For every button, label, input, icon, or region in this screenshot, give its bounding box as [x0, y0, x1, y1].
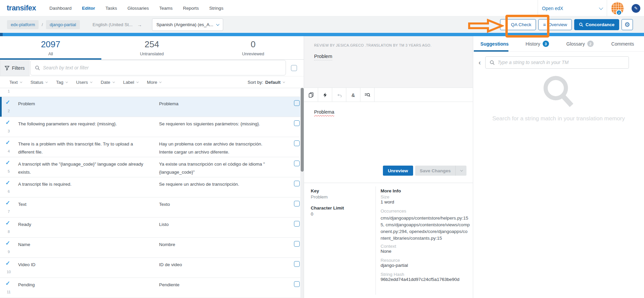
target-text: Listo	[159, 221, 273, 229]
overview-button[interactable]: ≡ Overview	[538, 19, 572, 30]
quill-icon[interactable]: ✎	[632, 4, 640, 13]
nav-item-dashboard[interactable]: Dashboard	[49, 6, 71, 11]
list-scrollbar[interactable]	[300, 88, 304, 298]
row-checkbox[interactable]	[294, 221, 300, 227]
nav-item-glossaries[interactable]: Glossaries	[128, 6, 149, 11]
row-checkbox[interactable]	[294, 100, 300, 106]
source-text: Name	[18, 241, 150, 249]
transifex-editor-app: transifex DashboardEditorTasksGlossaries…	[0, 0, 644, 298]
row-checkbox[interactable]	[294, 201, 300, 206]
filter-dropdown-date[interactable]: Date	[101, 80, 114, 85]
string-row[interactable]: ✓4There is a problem with this transcrip…	[0, 137, 304, 157]
editor-toolbar-icons: &	[304, 88, 473, 102]
nav-item-teams[interactable]: Teams	[159, 6, 173, 11]
row-checkbox[interactable]	[294, 181, 300, 186]
reviewed-check-icon: ✓	[5, 280, 10, 287]
string-hash-value: 96b2edd74a41dd97c24cf5a1763be90d	[381, 277, 470, 282]
row-checkbox[interactable]	[294, 241, 300, 247]
row-checkbox[interactable]	[294, 120, 300, 126]
save-options-dropdown[interactable]	[455, 166, 466, 176]
string-row[interactable]: ✓2ProblemProblema	[0, 97, 304, 117]
source-language-label: English (United St...	[93, 22, 133, 27]
tab-suggestions[interactable]: Suggestions	[473, 36, 516, 51]
translation-area[interactable]: Problema	[304, 102, 473, 166]
reviewed-check-icon: ✓	[5, 199, 10, 206]
org-selector[interactable]: Open edX	[538, 6, 607, 11]
string-row[interactable]: ✓3The following parameters are required:…	[0, 117, 304, 137]
gear-icon: ⚙	[624, 21, 630, 28]
tab-comments[interactable]: Comments	[601, 36, 644, 51]
filter-dropdown-text[interactable]: Text	[9, 80, 21, 85]
source-text: Text	[18, 200, 150, 208]
avatar[interactable]: 2	[611, 2, 624, 15]
string-row[interactable]: ✓9NameNombre	[0, 238, 304, 258]
row-checkbox[interactable]	[294, 261, 300, 267]
select-all-checkbox[interactable]	[291, 65, 297, 71]
chevron-down-icon	[65, 80, 68, 83]
string-filter-tabs: 2097All254Untranslated0Unreviewed	[0, 36, 304, 60]
resource-label: Resource	[381, 258, 470, 263]
string-row[interactable]: ✓7TextTexto	[0, 197, 304, 218]
sort-dropdown[interactable]: Sort by: Default	[248, 80, 304, 85]
string-row[interactable]: ✓6A transcript file is required.Se requi…	[0, 177, 304, 197]
tab-glossary[interactable]: Glossary2	[559, 36, 601, 51]
target-language-select[interactable]: Spanish (Argentina) (es_A...	[152, 18, 223, 31]
filter-dropdown-status[interactable]: Status	[31, 80, 47, 85]
qa-check-label: QA Check	[511, 22, 532, 27]
stat-tab-untranslated[interactable]: 254Untranslated	[101, 36, 203, 59]
chevron-down-icon	[283, 80, 285, 83]
concordance-button[interactable]: Concordance	[574, 19, 619, 30]
row-checkbox[interactable]	[294, 161, 300, 166]
save-changes-button[interactable]: Save Changes	[415, 166, 466, 176]
row-checkbox[interactable]	[294, 281, 300, 287]
string-number: 11	[5, 290, 13, 294]
size-label: Size	[381, 194, 470, 199]
string-row[interactable]: ✓5A transcript with the "{language_code}…	[0, 157, 304, 177]
filter-dropdown-more[interactable]: More	[147, 80, 161, 85]
chevron-down-icon	[599, 6, 603, 10]
sort-value: Default	[265, 80, 281, 85]
occurrences-label: Occurrences	[381, 208, 470, 214]
stat-tab-all[interactable]: 2097All	[0, 36, 101, 59]
tab-history[interactable]: History3	[516, 36, 558, 51]
stat-label: Untranslated	[140, 52, 164, 56]
scrollbar-thumb[interactable]	[301, 88, 304, 172]
machine-translate-button[interactable]	[318, 88, 332, 102]
unreview-button[interactable]: Unreview	[383, 166, 413, 176]
breadcrumb-resource[interactable]: django-partial	[46, 20, 80, 29]
tm-search-input[interactable]	[498, 60, 625, 65]
collapse-panel-icon[interactable]: ‹	[479, 59, 481, 66]
reviewed-check-icon: ✓	[5, 139, 10, 146]
nav-item-reports[interactable]: Reports	[183, 6, 199, 11]
qa-check-button[interactable]: ✓ QA Check	[500, 19, 536, 30]
settings-button[interactable]: ⚙	[622, 19, 633, 30]
pen-cell: ✎	[628, 4, 644, 13]
string-row[interactable]: ✓11PendingPendiente	[0, 278, 304, 298]
nav-item-tasks[interactable]: Tasks	[105, 6, 117, 11]
string-row[interactable]: ✓10Video IDID de video	[0, 258, 304, 278]
string-row[interactable]: ✓8ReadyListo	[0, 218, 304, 238]
nav-item-editor[interactable]: Editor	[82, 6, 95, 11]
transifex-logo[interactable]: transifex	[7, 4, 36, 12]
tm-search-button[interactable]	[360, 88, 375, 102]
stat-tab-unreviewed[interactable]: 0Unreviewed	[202, 36, 304, 59]
undo-button[interactable]	[332, 88, 346, 102]
target-text: Nombre	[159, 241, 273, 249]
target-text: Texto	[159, 200, 273, 208]
filter-dropdown-label[interactable]: Label	[123, 80, 138, 85]
string-hash-label: String Hash	[381, 272, 470, 277]
reviewed-check-icon: ✓	[5, 179, 10, 186]
breadcrumb-project[interactable]: edx-platform	[7, 20, 39, 29]
translation-string[interactable]: Problema	[314, 109, 334, 115]
special-characters-button[interactable]: &	[346, 88, 360, 102]
string-row[interactable]: 1	[0, 88, 304, 97]
filters-button[interactable]: Filters	[0, 60, 30, 76]
size-value: 1 word	[381, 199, 470, 204]
chevron-down-icon	[45, 80, 48, 83]
filter-dropdown-users[interactable]: Users	[76, 80, 92, 85]
copy-source-button[interactable]	[304, 88, 318, 102]
string-search-input[interactable]	[43, 65, 281, 70]
row-checkbox[interactable]	[294, 140, 300, 146]
nav-item-strings[interactable]: Strings	[209, 6, 224, 11]
filter-dropdown-tag[interactable]: Tag	[56, 80, 67, 85]
